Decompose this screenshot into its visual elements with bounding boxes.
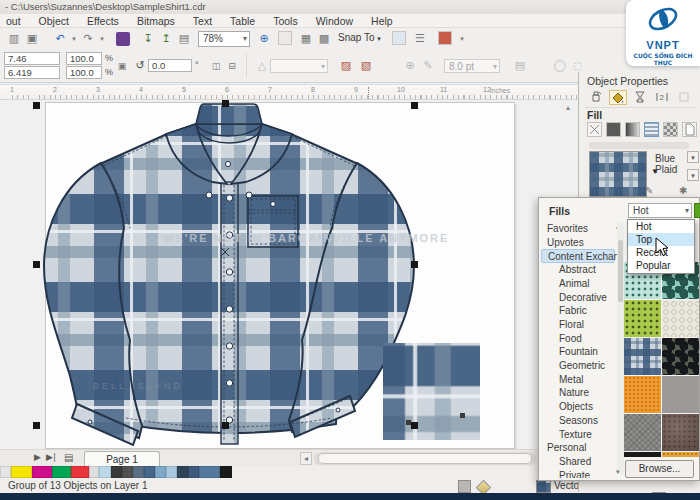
menu-table[interactable]: Table [230, 15, 255, 27]
fill-thumbnail-green-dots[interactable] [624, 300, 661, 337]
palette-swatch[interactable] [166, 466, 177, 478]
outline-position-icon[interactable]: △ [254, 58, 270, 74]
category-texture[interactable]: Texture [541, 428, 615, 442]
category-animal[interactable]: Animal [541, 277, 615, 291]
edit-fill-icon[interactable]: ✎ [420, 58, 436, 74]
palette-swatch[interactable] [89, 466, 99, 478]
fill-thumbnail-gray-tweed[interactable] [624, 414, 661, 451]
category-metal[interactable]: Metal [541, 373, 615, 387]
selection-handle[interactable] [33, 102, 40, 109]
fill-thumbnail-black-strip[interactable] [624, 452, 661, 457]
lock-ratio-icon[interactable]: ▣ [114, 58, 130, 74]
snap-to-button[interactable]: Snap To ▾ [338, 32, 381, 43]
show-grid-icon[interactable]: ▩ [316, 31, 332, 47]
category-personal[interactable]: Personal [541, 441, 615, 455]
menu-window[interactable]: Window [316, 15, 353, 27]
palette-swatch[interactable] [199, 466, 220, 478]
uniform-fill-icon[interactable] [606, 122, 621, 137]
palette-swatch[interactable] [52, 466, 71, 478]
menu-bitmaps[interactable]: Bitmaps [137, 15, 175, 27]
bitmap-pattern-fill-icon[interactable] [663, 122, 678, 137]
docker-collapse-icon[interactable]: ▴ [566, 103, 570, 112]
category-upvotes[interactable]: Upvotes [541, 236, 615, 250]
scrollbar-thumb[interactable] [618, 240, 623, 302]
paste-icon[interactable]: ▣ [24, 31, 40, 47]
fountain-fill-icon[interactable] [625, 122, 640, 137]
monitor-icon[interactable] [438, 31, 452, 45]
category-fountain[interactable]: Fountain [541, 345, 615, 359]
fill-thumbnail-dark-camo[interactable] [662, 338, 699, 375]
shirt-drawing[interactable] [0, 100, 578, 449]
object-y-position-field[interactable]: 6.419 [4, 66, 60, 79]
selection-handle[interactable] [33, 261, 40, 268]
palette-swatch[interactable] [111, 466, 122, 478]
publish-pdf-icon[interactable]: ▤ [176, 31, 192, 47]
apply-button[interactable] [694, 203, 700, 218]
thumbnail-scrollbar[interactable] [617, 222, 624, 474]
zoom-level-combobox[interactable]: 78%▾ [198, 31, 250, 47]
add-page-icon[interactable]: ▤ [64, 452, 73, 463]
launch-app-icon[interactable] [392, 31, 406, 45]
scale-width-field[interactable]: 100.0 [66, 52, 102, 65]
no-fill-icon[interactable] [587, 122, 602, 137]
category-private[interactable]: Private [541, 469, 615, 478]
text-properties-icon[interactable]: ▤ [512, 58, 528, 74]
import-icon[interactable]: ↧ [140, 31, 156, 47]
fill-picker-dropdown-icon[interactable]: ▾ [687, 151, 699, 163]
vector-pattern-fill-icon[interactable] [644, 122, 659, 137]
palette-swatch[interactable] [155, 466, 166, 478]
category-abstract[interactable]: Abstract [541, 263, 615, 277]
fill-thumbnail-brown-leather[interactable] [662, 414, 699, 451]
palette-swatch[interactable] [32, 466, 52, 478]
wrap-text-icon[interactable]: ▨ [338, 58, 354, 74]
sort-option-popular[interactable]: Popular [628, 259, 694, 272]
last-page-icon[interactable]: ▶| [46, 452, 56, 462]
object-x-position-field[interactable]: 7.46 [4, 52, 60, 65]
chevron-down-icon[interactable]: ▾ [243, 32, 247, 46]
fill-tab-icon[interactable] [609, 90, 627, 105]
palette-swatch[interactable] [144, 466, 155, 478]
mirror-horizontal-icon[interactable]: ◫ [208, 58, 224, 74]
fills-sort-combobox[interactable]: Hot▾ [628, 203, 692, 218]
texture-fill-icon[interactable] [682, 122, 697, 137]
palette-swatch[interactable] [0, 466, 11, 478]
summary-tab-icon[interactable] [675, 90, 693, 105]
palette-swatch[interactable] [71, 466, 89, 478]
selection-handle[interactable] [411, 102, 418, 109]
sort-option-hot[interactable]: Hot [628, 220, 694, 233]
fill-thumbnail-orange-strip[interactable] [662, 452, 699, 457]
category-decorative[interactable]: Decorative [541, 291, 615, 305]
menu-help[interactable]: Help [371, 15, 393, 27]
palette-swatch[interactable] [133, 466, 144, 478]
scrollbar-thumb[interactable] [318, 453, 532, 464]
save-icon[interactable]: ▥ [6, 31, 22, 47]
horizontal-ruler[interactable]: inches 123456789101112 [0, 84, 578, 100]
menu-out[interactable]: out [6, 15, 21, 27]
chevron-down-icon[interactable]: ▾ [454, 31, 470, 47]
current-fill-swatch[interactable] [589, 151, 647, 197]
dimension-tab-icon[interactable]: 2 [653, 90, 671, 105]
fill-thumbnail-orange-texture[interactable] [624, 376, 661, 413]
fill-thumbnail-cream-floral[interactable] [662, 300, 699, 337]
fullscreen-preview-icon[interactable] [278, 31, 292, 45]
fill-settings-icon[interactable]: ✱ [679, 185, 687, 196]
browse-button[interactable]: Browse... [625, 460, 694, 478]
selection-handle[interactable] [411, 422, 418, 429]
fill-transform-strip[interactable] [589, 142, 689, 149]
weld-icon[interactable]: ◯ [552, 58, 568, 74]
palette-swatch[interactable] [188, 466, 199, 478]
zoom-fit-icon[interactable]: ⊕ [256, 31, 272, 47]
category-fabric[interactable]: Fabric [541, 304, 615, 318]
palette-swatch[interactable] [122, 466, 133, 478]
menu-text[interactable]: Text [193, 15, 212, 27]
transparency-tab-icon[interactable] [631, 90, 649, 105]
palette-swatch[interactable] [11, 466, 32, 478]
redo-dropdown-icon[interactable]: ▾ [94, 31, 110, 47]
palette-swatch[interactable] [220, 466, 232, 478]
outline-tab-icon[interactable] [587, 90, 605, 105]
scroll-left-icon[interactable]: ◂ [300, 452, 312, 465]
page-tab[interactable]: Page 1 [84, 451, 160, 466]
options-list-icon[interactable]: ☰ [412, 31, 428, 47]
menu-tools[interactable]: Tools [273, 15, 298, 27]
category-favorites[interactable]: Favorites [541, 222, 615, 236]
